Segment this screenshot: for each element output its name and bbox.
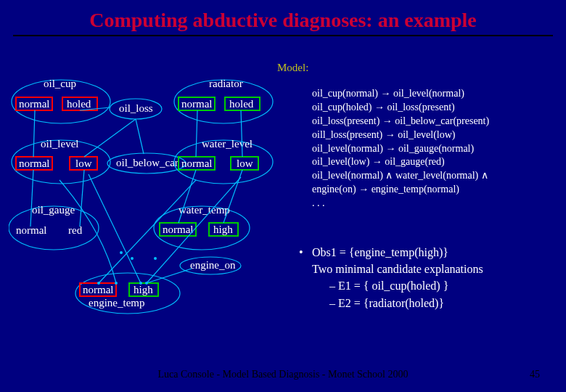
rule: oill_loss(present) → oil_level(low) <box>312 128 489 142</box>
svg-point-27 <box>131 257 134 260</box>
svg-point-23 <box>139 282 142 285</box>
model-rules: oil_cup(normal) → oil_level(normal) oil_… <box>312 87 489 211</box>
rule: oil_cup(normal) → oil_level(normal) <box>312 87 489 101</box>
svg-point-28 <box>154 257 157 260</box>
node-oil-below-car-title: oil_below_car <box>116 157 179 168</box>
rule: oil_level(low) → oil_gauge(red) <box>312 155 489 169</box>
rule: . . . <box>312 197 489 211</box>
node-radiator-v1: normal <box>181 98 213 110</box>
node-radiator-title: radiator <box>209 78 243 89</box>
node-water-temp-v1: normal <box>163 224 194 235</box>
rule: oil_loss(present) → oil_below_car(presen… <box>312 115 489 128</box>
footer-page-number: 45 <box>530 369 540 380</box>
node-oil-level-v1: normal <box>19 158 50 169</box>
node-engine-on-title: engine_on <box>190 259 236 271</box>
node-oil-gauge-v2: red <box>68 224 83 236</box>
obs-e2: – E2 = {radiator(holed)} <box>329 295 483 311</box>
svg-point-24 <box>145 282 148 285</box>
node-oil-level-title: oil_level <box>41 138 79 150</box>
svg-point-22 <box>115 282 118 285</box>
obs-line1: Obs1 = {engine_temp(high)} <box>312 246 448 258</box>
rule: oil_level(normal) ∧ water_level(normal) … <box>312 169 489 183</box>
rule: oil_cup(holed) → oil_loss(present) <box>312 101 489 115</box>
node-water-level-title: water_level <box>202 138 253 150</box>
diagram: Model: oil_cup normal holed oil_loss rad… <box>9 64 313 369</box>
node-oil-gauge-title: oil_gauge <box>32 204 75 216</box>
node-water-temp-v2: high <box>213 224 233 235</box>
node-engine-temp-v2: high <box>134 284 153 295</box>
node-engine-temp-title: engine_temp <box>89 297 144 309</box>
rule: oil_level(normal) → oil_gauge(normal) <box>312 142 489 156</box>
svg-point-25 <box>97 282 100 285</box>
node-oil-loss-title: oil_loss <box>119 102 153 114</box>
rule: engine(on) → engine_temp(normal) <box>312 183 489 197</box>
page-title: Computing abductive diagnoses: an exampl… <box>13 9 553 36</box>
node-radiator-v2: holed <box>229 98 254 110</box>
node-oil-cup-title: oil_cup <box>44 78 76 89</box>
node-water-level-v2: low <box>237 158 253 169</box>
node-oil-level-v2: low <box>75 158 92 169</box>
model-label: Model: <box>277 64 308 73</box>
node-engine-temp-v1: normal <box>83 284 114 295</box>
obs-e1: – E1 = { oil_cup(holed) } <box>329 277 483 294</box>
observations: •Obs1 = {engine_temp(high)} Two minimal … <box>312 244 483 311</box>
node-oil-cup-v2: holed <box>67 98 91 110</box>
svg-point-26 <box>120 251 123 254</box>
obs-line2: Two minimal candidate explanations <box>312 263 483 275</box>
node-oil-gauge-v1: normal <box>16 224 47 236</box>
node-water-temp-title: water_temp <box>179 204 230 216</box>
node-oil-cup-v1: normal <box>19 98 50 110</box>
footer-center: Luca Console - Model Based Diagnosis - M… <box>0 369 566 380</box>
node-water-level-v1: normal <box>181 158 213 169</box>
